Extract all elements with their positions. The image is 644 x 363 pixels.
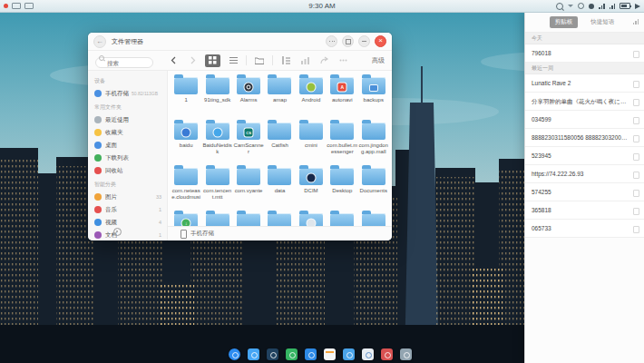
- folder-item[interactable]: [358, 211, 389, 226]
- folder-item[interactable]: [327, 211, 357, 226]
- folder-item[interactable]: com.netease.cloudmusic: [171, 165, 201, 211]
- terminal-dock-icon[interactable]: [267, 348, 278, 360]
- appstore-dock-icon[interactable]: [286, 348, 298, 360]
- clipboard-item[interactable]: Lunatic Rave 2: [525, 74, 644, 93]
- folder-item[interactable]: baidu: [171, 120, 201, 165]
- clipboard-item[interactable]: 065733: [525, 220, 644, 238]
- clipboard-item[interactable]: 分享羽肿的单曲《花火が鳴く夜に》：http://mu...: [525, 93, 644, 111]
- alarm-icon[interactable]: [578, 3, 584, 9]
- folder-item[interactable]: DCIM: [296, 165, 327, 211]
- folder-item[interactable]: com.tencent.mtt: [201, 165, 232, 211]
- clipboard-item[interactable]: 8888230311580056 8888230320086055: [525, 129, 644, 147]
- maximize-button[interactable]: [342, 35, 354, 47]
- window-statusbar: 手机存储: [168, 226, 392, 240]
- stats-icon[interactable]: [633, 19, 639, 25]
- clipboard-item[interactable]: 034599: [525, 111, 644, 129]
- sidebar-item-download[interactable]: 下载列表: [88, 152, 167, 164]
- window-menu-button[interactable]: [326, 35, 337, 47]
- settings-dock-icon[interactable]: [400, 348, 412, 360]
- copy-icon[interactable]: [633, 190, 639, 197]
- copy-icon[interactable]: [633, 81, 639, 88]
- folder-item[interactable]: Desktop: [327, 165, 357, 211]
- wifi-signal-icon[interactable]: [610, 4, 616, 9]
- sort-button[interactable]: [298, 54, 311, 67]
- advanced-button[interactable]: 高级: [372, 56, 385, 65]
- minimize-button[interactable]: [358, 35, 370, 47]
- clipboard-item[interactable]: https://74.222.26.93: [525, 165, 644, 183]
- copy-icon[interactable]: [633, 51, 639, 58]
- close-button[interactable]: ×: [375, 35, 386, 47]
- folder-item[interactable]: [233, 211, 264, 226]
- tab-clipboard[interactable]: 剪贴板: [550, 16, 579, 28]
- tab-quick-phrases[interactable]: 快捷短语: [585, 16, 620, 28]
- clipboard-item[interactable]: 523945: [525, 147, 644, 165]
- folder-item[interactable]: com.bullet.messenger: [327, 120, 357, 165]
- share-button[interactable]: [317, 54, 330, 67]
- copy-icon[interactable]: [633, 135, 639, 142]
- dnd-icon[interactable]: [589, 4, 594, 9]
- launcher-dock-icon[interactable]: [229, 348, 240, 360]
- copy-icon[interactable]: [633, 153, 639, 161]
- topbar-status-icons: [556, 0, 640, 12]
- clipboard-item[interactable]: 365818: [525, 201, 644, 220]
- copy-icon[interactable]: [633, 117, 639, 124]
- airplane-mode-icon[interactable]: [635, 4, 640, 9]
- sidebar-item-desktop[interactable]: 桌面: [88, 139, 167, 152]
- sidebar-item-document[interactable]: 文档1: [88, 229, 167, 240]
- docs-dock-icon[interactable]: [362, 348, 374, 360]
- folder-item[interactable]: Aautonavi: [327, 74, 357, 120]
- music-dock-icon[interactable]: [381, 348, 393, 360]
- detail-panel-button[interactable]: [279, 54, 292, 67]
- expand-caret-icon[interactable]: [568, 5, 573, 7]
- sidebar-item-pictures[interactable]: 图片33: [88, 191, 167, 203]
- folder-item[interactable]: amap: [264, 74, 295, 120]
- forward-button[interactable]: [186, 54, 199, 67]
- sidebar-item-music[interactable]: 音乐1: [88, 203, 167, 216]
- folder-item[interactable]: backups: [358, 74, 389, 120]
- folder-item[interactable]: [201, 211, 232, 226]
- sidebar-item-phone[interactable]: 手机存储50.82/113GB: [88, 87, 167, 100]
- folder-icon: [362, 168, 385, 185]
- folder-item[interactable]: Android: [296, 74, 327, 120]
- back-button[interactable]: [167, 54, 180, 67]
- gallery-dock-icon[interactable]: [248, 348, 259, 360]
- sidebar-item-recent[interactable]: 最近使用: [88, 113, 167, 126]
- folder-item[interactable]: com.jingdong.app.mall: [358, 120, 389, 165]
- folder-item[interactable]: BaiduNetdisk: [201, 120, 232, 165]
- folder-item[interactable]: CSCamScanner: [233, 120, 264, 165]
- statusbar-location[interactable]: 手机存储: [190, 230, 214, 238]
- sidebar-item-video[interactable]: 视频4: [88, 216, 167, 229]
- more-button[interactable]: [337, 54, 349, 67]
- copy-icon[interactable]: [633, 208, 639, 215]
- settings-gear-icon[interactable]: [113, 228, 122, 236]
- folder-item[interactable]: 1: [171, 74, 201, 120]
- new-folder-button[interactable]: [253, 54, 266, 67]
- folder-item[interactable]: [264, 211, 295, 226]
- window-titlebar[interactable]: ← 文件管理器 ×: [88, 33, 392, 51]
- video-dock-icon[interactable]: [343, 348, 355, 360]
- folder-item[interactable]: cmini: [296, 120, 327, 165]
- search-icon[interactable]: [556, 3, 563, 10]
- copy-icon[interactable]: [633, 172, 639, 179]
- folder-item[interactable]: 91ting_sdk: [201, 74, 232, 120]
- copy-icon[interactable]: [633, 226, 639, 233]
- list-view-button[interactable]: [227, 54, 239, 67]
- folder-item[interactable]: Alarms: [233, 74, 264, 120]
- folder-item[interactable]: ↓: [171, 211, 201, 226]
- notes-dock-icon[interactable]: [324, 348, 336, 360]
- mail-dock-icon[interactable]: [305, 348, 317, 360]
- folder-item[interactable]: [296, 211, 327, 226]
- sidebar-item-star[interactable]: 收藏夹: [88, 126, 167, 139]
- cellular-signal-icon[interactable]: [599, 4, 605, 9]
- clipboard-item[interactable]: 574255: [525, 183, 644, 201]
- grid-view-button[interactable]: [205, 54, 220, 67]
- sidebar-item-trash[interactable]: 回收站: [88, 164, 167, 177]
- clipboard-item[interactable]: 796018: [525, 44, 644, 63]
- window-back-button[interactable]: ←: [93, 35, 106, 48]
- folder-item[interactable]: Catfish: [264, 120, 295, 165]
- folder-item[interactable]: Documents: [358, 165, 389, 211]
- battery-icon[interactable]: [620, 3, 630, 9]
- copy-icon[interactable]: [633, 99, 639, 106]
- folder-item[interactable]: com.vyante: [233, 165, 264, 211]
- folder-item[interactable]: data: [264, 165, 295, 211]
